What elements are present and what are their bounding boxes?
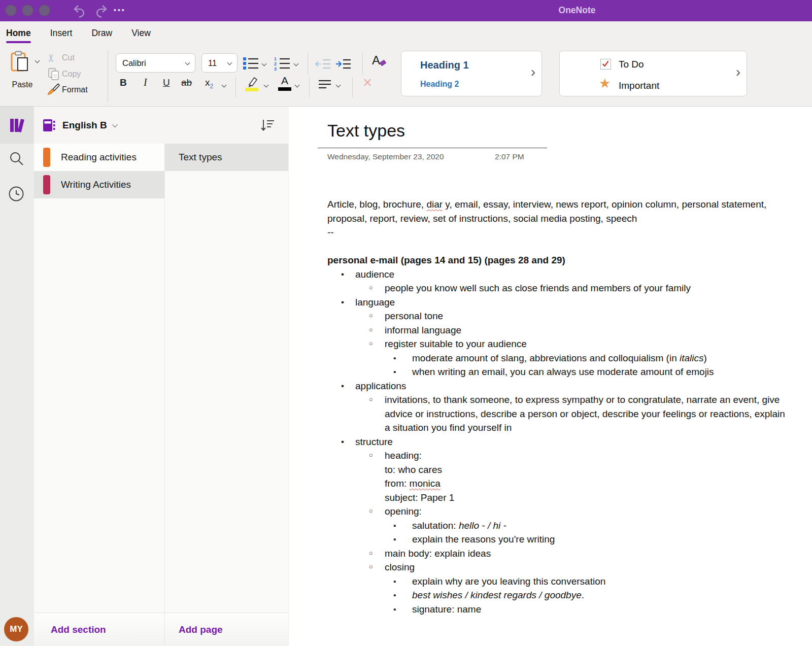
notebook-name[interactable]: English B (62, 120, 107, 131)
paste-icon[interactable] (10, 51, 33, 73)
section-item[interactable]: Reading activities (34, 144, 164, 171)
text-run: explain the reasons you're writing (412, 534, 555, 545)
font-family-select[interactable]: Calibri (116, 53, 195, 73)
text-run: language (355, 297, 395, 308)
text-run: hello - / hi - (459, 520, 506, 531)
page-title[interactable]: Text types (327, 121, 405, 141)
list-item-text: opening: (385, 504, 422, 519)
text-run: signature: name (412, 604, 481, 615)
tab-home[interactable]: Home (6, 28, 31, 43)
minimize-window-icon[interactable] (22, 5, 33, 16)
styles-more-icon[interactable]: › (531, 64, 535, 80)
bullet-list-dropdown-icon[interactable] (262, 61, 267, 66)
underline-button[interactable]: U (163, 77, 170, 88)
list-item: ▪moderate amount of slang, abbreviations… (327, 351, 787, 365)
numbered-list-dropdown-icon[interactable] (294, 61, 299, 66)
text-run: heading: (385, 450, 422, 461)
paste-button[interactable]: Paste (6, 80, 39, 89)
text-run: when writing an email, you can always us… (412, 366, 714, 377)
align-dropdown-icon[interactable] (336, 83, 341, 88)
font-color-dropdown-icon[interactable] (295, 83, 300, 88)
text-run: structure (355, 436, 393, 447)
sort-icon[interactable] (260, 118, 275, 132)
section-list: Reading activitiesWriting Activities (34, 144, 164, 198)
italic-button[interactable]: I (144, 77, 147, 88)
strikethrough-button[interactable]: ab (181, 77, 192, 88)
tag-todo[interactable]: To Do (619, 59, 644, 70)
avatar[interactable]: MY (4, 617, 28, 641)
clear-formatting-icon[interactable]: A (372, 53, 380, 67)
font-color-icon[interactable]: A (278, 75, 291, 91)
svg-text:1: 1 (274, 56, 277, 61)
styles-panel[interactable]: Heading 1 Heading 2 › (401, 51, 542, 96)
copy-button[interactable]: Copy (62, 70, 81, 79)
page-list: Text types (165, 144, 288, 171)
add-section-button[interactable]: Add section (34, 613, 164, 646)
onenote-window: { "titlebar": { "app_title": "OneNote", … (0, 0, 812, 646)
ribbon-tabs: HomeInsertDrawView (6, 28, 151, 43)
divider (235, 77, 236, 97)
recent-notes-icon[interactable] (8, 186, 24, 202)
list-item: ○closing (327, 560, 787, 574)
misspelled-text: diar (426, 199, 443, 210)
bullet-marker: ▪ (393, 351, 412, 365)
list-item-text: structure (355, 435, 393, 449)
list-item-text: explain why are you leaving this convers… (412, 574, 605, 589)
list-item: ○invitations, to thank someone, to expre… (327, 393, 787, 435)
format-button[interactable]: Format (62, 85, 88, 94)
list-item-text: best wishes / kindest regards / goodbye. (412, 588, 584, 602)
close-window-icon[interactable] (5, 5, 17, 16)
todo-checkbox-icon[interactable] (600, 59, 611, 70)
bullet-marker: • (341, 379, 355, 393)
list-item-text: audience (355, 267, 394, 282)
paste-dropdown-icon[interactable] (35, 58, 40, 63)
list-item: subject: Paper 1 (327, 491, 787, 505)
tags-panel[interactable]: To Do ★ Important › (559, 51, 747, 96)
text-run: personal tone (385, 311, 443, 321)
highlighter-icon[interactable] (244, 75, 260, 91)
subscript-dropdown-icon[interactable] (222, 83, 227, 88)
indent-icon[interactable] (335, 59, 351, 69)
list-item-text: from: monica (385, 477, 441, 491)
bullet-list-icon[interactable] (243, 56, 259, 71)
add-page-button[interactable]: Add page (165, 613, 288, 646)
redo-icon[interactable] (93, 4, 108, 19)
notebooks-rail-cell[interactable] (0, 107, 34, 144)
tab-insert[interactable]: Insert (50, 28, 73, 43)
cut-button[interactable]: Cut (62, 53, 75, 62)
tab-view[interactable]: View (131, 28, 151, 43)
delete-icon: × (363, 74, 372, 92)
highlighter-dropdown-icon[interactable] (264, 83, 269, 88)
style-heading2[interactable]: Heading 2 (420, 80, 459, 89)
note-body[interactable]: Article, blog, brochure, diar y, email, … (327, 197, 787, 616)
style-heading1[interactable]: Heading 1 (420, 59, 469, 71)
notebook-icon (43, 119, 56, 132)
undo-icon[interactable] (73, 4, 88, 19)
zoom-window-icon[interactable] (39, 5, 50, 16)
align-icon[interactable] (318, 79, 331, 89)
tags-more-icon[interactable]: › (736, 64, 740, 80)
bullet-marker: ▪ (393, 602, 412, 617)
note-canvas[interactable]: Text types Wednesday, September 23, 2020… (289, 107, 812, 646)
list-item-text: informal language (385, 323, 461, 337)
notebook-dropdown-icon[interactable] (112, 121, 117, 127)
font-size-select[interactable]: 11 (201, 53, 238, 73)
page-item[interactable]: Text types (165, 144, 288, 171)
bullet-marker: ○ (369, 281, 385, 295)
list-item-text: register suitable to your audience (385, 337, 527, 351)
subscript-button[interactable]: x2 (205, 77, 213, 90)
list-item-text: closing (385, 560, 415, 574)
note-separator: -- (327, 225, 787, 240)
section-item[interactable]: Writing Activities (34, 171, 164, 198)
list-item: ▪when writing an email, you can always u… (327, 365, 787, 379)
list-item-text: heading: (385, 449, 422, 463)
search-icon[interactable] (9, 151, 24, 166)
tag-important[interactable]: Important (619, 80, 659, 91)
numbered-list-icon[interactable]: 1 2 3 (274, 56, 290, 71)
important-star-icon[interactable]: ★ (599, 76, 611, 91)
divider (308, 53, 308, 75)
list-item: ▪explain the reasons you're writing (327, 532, 787, 547)
more-options-icon[interactable]: ••• (114, 6, 126, 14)
tab-draw[interactable]: Draw (91, 28, 112, 43)
bold-button[interactable]: B (120, 77, 127, 88)
